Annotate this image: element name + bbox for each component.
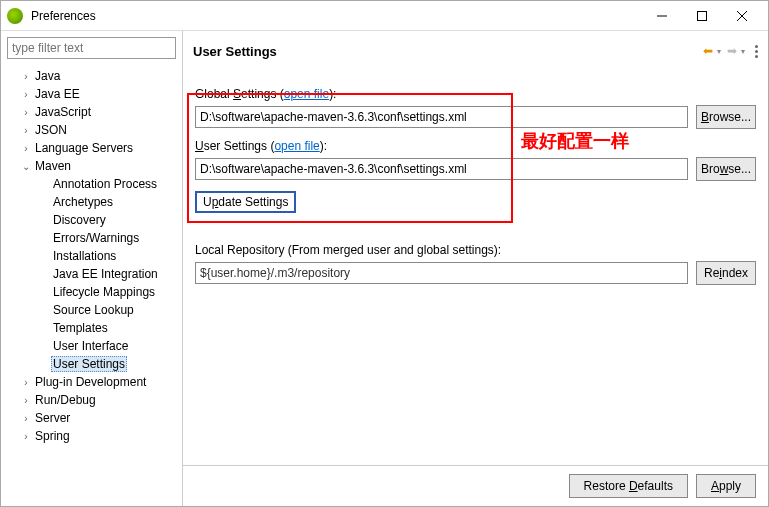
- tree-item-user-settings[interactable]: User Settings: [5, 355, 182, 373]
- chevron-right-icon[interactable]: ›: [19, 125, 33, 136]
- chevron-down-icon[interactable]: ⌄: [19, 161, 33, 172]
- page-title: User Settings: [193, 44, 703, 59]
- chevron-right-icon[interactable]: ›: [19, 431, 33, 442]
- tree-item-label: Server: [33, 411, 72, 425]
- title-bar: Preferences: [1, 1, 768, 31]
- local-repo-label: Local Repository (From merged user and g…: [195, 243, 756, 257]
- tree-item-java[interactable]: ›Java: [5, 67, 182, 85]
- footer: Restore Defaults Apply: [183, 465, 768, 506]
- chevron-right-icon[interactable]: ›: [19, 377, 33, 388]
- tree-item-label: Lifecycle Mappings: [51, 285, 157, 299]
- tree-item-language-servers[interactable]: ›Language Servers: [5, 139, 182, 157]
- tree-item-maven[interactable]: ⌄Maven: [5, 157, 182, 175]
- user-open-file-link[interactable]: open file: [274, 139, 319, 153]
- tree-item-label: Spring: [33, 429, 72, 443]
- forward-dropdown-icon[interactable]: ▾: [741, 47, 745, 56]
- svg-rect-1: [698, 11, 707, 20]
- tree-item-json[interactable]: ›JSON: [5, 121, 182, 139]
- back-dropdown-icon[interactable]: ▾: [717, 47, 721, 56]
- tree-item-plug-in-development[interactable]: ›Plug-in Development: [5, 373, 182, 391]
- tree-item-lifecycle-mappings[interactable]: Lifecycle Mappings: [5, 283, 182, 301]
- global-open-file-link[interactable]: open file: [284, 87, 329, 101]
- main-area: ›Java›Java EE›JavaScript›JSON›Language S…: [1, 31, 768, 506]
- filter-input[interactable]: [7, 37, 176, 59]
- apply-button[interactable]: Apply: [696, 474, 756, 498]
- tree-item-label: Plug-in Development: [33, 375, 148, 389]
- user-browse-button[interactable]: Browse...: [696, 157, 756, 181]
- tree-item-java-ee[interactable]: ›Java EE: [5, 85, 182, 103]
- local-repo-input: [195, 262, 688, 284]
- preferences-tree[interactable]: ›Java›Java EE›JavaScript›JSON›Language S…: [1, 65, 182, 506]
- tree-item-label: Maven: [33, 159, 73, 173]
- tree-item-run-debug[interactable]: ›Run/Debug: [5, 391, 182, 409]
- chevron-right-icon[interactable]: ›: [19, 143, 33, 154]
- chevron-right-icon[interactable]: ›: [19, 413, 33, 424]
- chevron-right-icon[interactable]: ›: [19, 89, 33, 100]
- tree-item-label: Java: [33, 69, 62, 83]
- user-settings-input[interactable]: [195, 158, 688, 180]
- content-pane: User Settings ⬅▾ ➡▾ 最好配置一样 Global Settin…: [183, 31, 768, 506]
- annotation-text: 最好配置一样: [521, 129, 629, 153]
- sidebar: ›Java›Java EE›JavaScript›JSON›Language S…: [1, 31, 183, 506]
- chevron-right-icon[interactable]: ›: [19, 395, 33, 406]
- tree-item-errors-warnings[interactable]: Errors/Warnings: [5, 229, 182, 247]
- tree-item-user-interface[interactable]: User Interface: [5, 337, 182, 355]
- tree-item-spring[interactable]: ›Spring: [5, 427, 182, 445]
- tree-item-label: JSON: [33, 123, 69, 137]
- tree-item-label: Discovery: [51, 213, 108, 227]
- tree-item-label: Templates: [51, 321, 110, 335]
- tree-item-label: JavaScript: [33, 105, 93, 119]
- tree-item-label: Run/Debug: [33, 393, 98, 407]
- user-settings-label: User Settings (open file):: [195, 139, 756, 153]
- forward-icon[interactable]: ➡: [727, 44, 737, 58]
- reindex-button[interactable]: Reindex: [696, 261, 756, 285]
- tree-item-discovery[interactable]: Discovery: [5, 211, 182, 229]
- global-settings-label: Global Settings (open file):: [195, 87, 756, 101]
- tree-item-label: Source Lookup: [51, 303, 136, 317]
- restore-defaults-button[interactable]: Restore Defaults: [569, 474, 688, 498]
- maximize-button[interactable]: [682, 2, 722, 30]
- tree-item-java-ee-integration[interactable]: Java EE Integration: [5, 265, 182, 283]
- window-controls: [642, 2, 762, 30]
- window-title: Preferences: [31, 9, 642, 23]
- view-menu-icon[interactable]: [755, 45, 758, 58]
- update-settings-button[interactable]: Update Settings: [195, 191, 296, 213]
- tree-item-label: Language Servers: [33, 141, 135, 155]
- tree-item-server[interactable]: ›Server: [5, 409, 182, 427]
- content-header: User Settings ⬅▾ ➡▾: [183, 31, 768, 71]
- nav-icons: ⬅▾ ➡▾: [703, 44, 758, 58]
- global-settings-input[interactable]: [195, 106, 688, 128]
- tree-item-label: Annotation Process: [51, 177, 159, 191]
- close-button[interactable]: [722, 2, 762, 30]
- tree-item-label: Java EE: [33, 87, 82, 101]
- tree-item-label: Errors/Warnings: [51, 231, 141, 245]
- tree-item-label: User Settings: [51, 356, 127, 372]
- tree-item-archetypes[interactable]: Archetypes: [5, 193, 182, 211]
- tree-item-source-lookup[interactable]: Source Lookup: [5, 301, 182, 319]
- global-browse-button[interactable]: Browse...: [696, 105, 756, 129]
- tree-item-annotation-process[interactable]: Annotation Process: [5, 175, 182, 193]
- tree-item-javascript[interactable]: ›JavaScript: [5, 103, 182, 121]
- tree-item-label: User Interface: [51, 339, 130, 353]
- minimize-button[interactable]: [642, 2, 682, 30]
- eclipse-icon: [7, 8, 23, 24]
- tree-item-label: Archetypes: [51, 195, 115, 209]
- chevron-right-icon[interactable]: ›: [19, 71, 33, 82]
- content-body: 最好配置一样 Global Settings (open file): Brow…: [183, 71, 768, 465]
- chevron-right-icon[interactable]: ›: [19, 107, 33, 118]
- back-icon[interactable]: ⬅: [703, 44, 713, 58]
- tree-item-templates[interactable]: Templates: [5, 319, 182, 337]
- tree-item-installations[interactable]: Installations: [5, 247, 182, 265]
- tree-item-label: Installations: [51, 249, 118, 263]
- tree-item-label: Java EE Integration: [51, 267, 160, 281]
